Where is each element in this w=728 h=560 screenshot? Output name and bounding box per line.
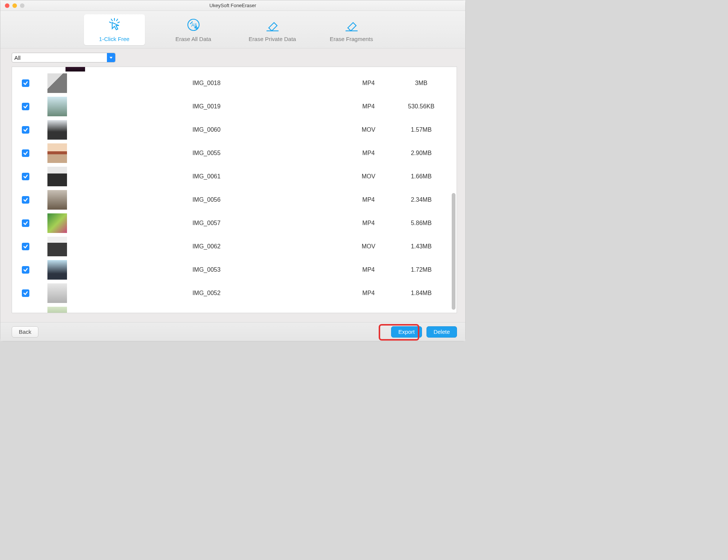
file-size: 5.86MB: [391, 220, 451, 227]
file-thumbnail: [47, 143, 67, 163]
file-thumbnail: [47, 213, 67, 233]
erase-all-icon: All: [186, 17, 201, 33]
row-checkbox[interactable]: [22, 243, 29, 250]
file-name: IMG_0055: [67, 150, 346, 157]
file-thumbnail: [47, 167, 67, 186]
file-size: 1.72MB: [391, 266, 451, 273]
table-row[interactable]: IMG_0060 MOV 1.57MB: [12, 118, 451, 142]
filter-selected-value: All: [14, 55, 21, 61]
export-button[interactable]: Export: [391, 326, 422, 338]
file-name: IMG_0061: [67, 173, 346, 180]
row-checkbox[interactable]: [22, 79, 29, 87]
file-name: IMG_0056: [67, 196, 346, 203]
file-name: IMG_0053: [67, 266, 346, 273]
table-row[interactable]: IMG_0053 MP4 1.72MB: [12, 258, 451, 282]
table-row[interactable]: [12, 67, 451, 72]
file-type: MP4: [346, 220, 391, 227]
file-thumbnail: [65, 67, 85, 72]
file-table: IMG_0018 MP4 3MB IMG_0019 MP4 530.56KB I…: [12, 67, 457, 313]
file-type: MOV: [346, 173, 391, 180]
table-row[interactable]: IMG_0061 MOV 1.66MB: [12, 165, 451, 188]
tab-label: Erase Fragments: [330, 36, 373, 42]
table-row[interactable]: IMG_0055 MP4 2.90MB: [12, 142, 451, 165]
chevron-down-icon: [107, 53, 115, 62]
table-row[interactable]: IMG_0019 MP4 530.56KB: [12, 95, 451, 118]
eraser-icon: [265, 17, 280, 33]
app-window: UkeySoft FoneEraser 1-Click Free All Era…: [0, 0, 466, 341]
row-checkbox[interactable]: [22, 126, 29, 134]
filter-dropdown[interactable]: All: [12, 53, 116, 62]
file-thumbnail: [47, 237, 67, 256]
tab-label: Erase All Data: [175, 36, 211, 42]
file-thumbnail: [47, 73, 67, 93]
file-size: 530.56KB: [391, 103, 451, 110]
table-row[interactable]: IMG_0056 MP4 2.34MB: [12, 188, 451, 212]
file-thumbnail: [47, 190, 67, 210]
file-size: 3MB: [391, 80, 451, 87]
file-size: 1.84MB: [391, 290, 451, 297]
table-row[interactable]: IMG_0051 MP4 1MB: [12, 305, 451, 313]
tab-erase-all-data[interactable]: All Erase All Data: [163, 14, 224, 45]
content-area: IMG_0018 MP4 3MB IMG_0019 MP4 530.56KB I…: [0, 67, 465, 322]
svg-line-4: [116, 19, 118, 21]
top-tabs: 1-Click Free All Erase All Data Erase Pr…: [0, 11, 465, 49]
maximize-window-button[interactable]: [20, 3, 24, 8]
file-size: 1.66MB: [391, 173, 451, 180]
svg-line-1: [109, 22, 111, 23]
scrollbar-thumb[interactable]: [452, 193, 455, 310]
row-checkbox[interactable]: [22, 196, 29, 204]
file-size: 2.90MB: [391, 150, 451, 157]
row-checkbox[interactable]: [22, 313, 29, 313]
file-type: MOV: [346, 126, 391, 133]
svg-line-2: [117, 22, 120, 23]
file-type: MP4: [346, 196, 391, 203]
titlebar: UkeySoft FoneEraser: [0, 0, 465, 11]
tab-label: Erase Private Data: [249, 36, 296, 42]
filter-row: All: [0, 49, 465, 67]
window-title: UkeySoft FoneEraser: [0, 3, 465, 8]
window-controls: [5, 3, 24, 8]
file-name: IMG_0057: [67, 220, 346, 227]
file-name: IMG_0052: [67, 290, 346, 297]
file-size: 1.57MB: [391, 126, 451, 133]
minimize-window-button[interactable]: [12, 3, 17, 8]
file-size: 1.43MB: [391, 243, 451, 250]
row-checkbox[interactable]: [22, 103, 29, 110]
delete-button[interactable]: Delete: [426, 326, 457, 338]
close-window-button[interactable]: [5, 3, 9, 8]
row-checkbox[interactable]: [22, 289, 29, 297]
file-thumbnail: [47, 307, 67, 313]
tab-erase-private-data[interactable]: Erase Private Data: [242, 14, 303, 45]
file-name: IMG_0060: [67, 126, 346, 133]
svg-line-3: [111, 19, 113, 21]
file-name: IMG_0062: [67, 243, 346, 250]
file-type: MP4: [346, 290, 391, 297]
file-type: MP4: [346, 150, 391, 157]
file-name: IMG_0018: [67, 80, 346, 87]
file-type: MP4: [346, 103, 391, 110]
tab-1-click-free[interactable]: 1-Click Free: [84, 14, 145, 45]
file-thumbnail: [47, 120, 67, 140]
file-thumbnail: [47, 97, 67, 116]
back-button[interactable]: Back: [12, 326, 38, 338]
eraser-fragments-icon: [344, 17, 359, 33]
table-row[interactable]: IMG_0018 MP4 3MB: [12, 72, 451, 95]
tab-erase-fragments[interactable]: Erase Fragments: [321, 14, 382, 45]
table-row[interactable]: IMG_0052 MP4 1.84MB: [12, 282, 451, 305]
table-row[interactable]: IMG_0062 MOV 1.43MB: [12, 235, 451, 258]
file-thumbnail: [47, 283, 67, 303]
file-thumbnail: [47, 260, 67, 280]
file-type: MP4: [346, 80, 391, 87]
file-name: IMG_0019: [67, 103, 346, 110]
file-type: MP4: [346, 266, 391, 273]
row-checkbox[interactable]: [22, 219, 29, 227]
tab-label: 1-Click Free: [99, 36, 129, 42]
svg-point-7: [196, 27, 197, 29]
row-checkbox[interactable]: [22, 173, 29, 180]
row-checkbox[interactable]: [22, 149, 29, 157]
footer: Back Export Delete: [0, 322, 465, 341]
table-row[interactable]: IMG_0057 MP4 5.86MB: [12, 212, 451, 235]
row-checkbox[interactable]: [22, 266, 29, 274]
cursor-click-icon: [107, 17, 122, 33]
file-size: 2.34MB: [391, 196, 451, 203]
